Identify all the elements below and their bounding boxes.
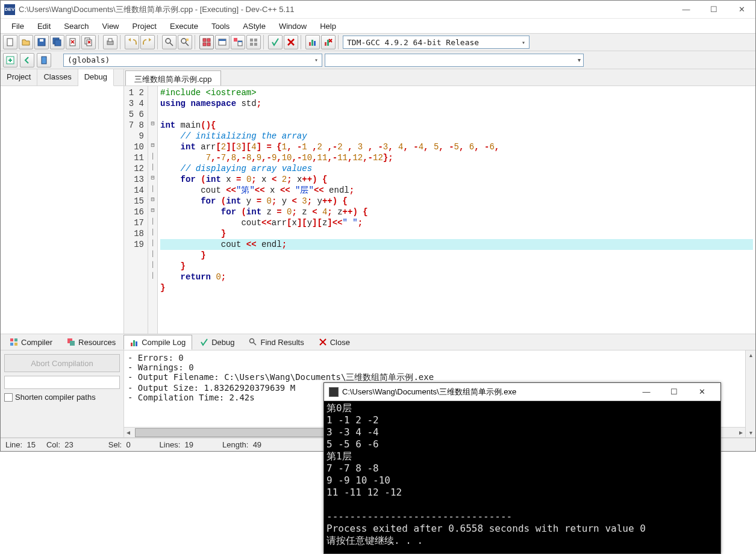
btab-compile-log[interactable]: Compile Log <box>123 335 192 350</box>
window-title: C:\Users\Wang\Documents\三维数组简单示例.cpp - [… <box>19 4 672 15</box>
tab-debug[interactable]: Debug <box>78 69 114 86</box>
svg-rect-19 <box>234 38 237 42</box>
file-tab-active[interactable]: 三维数组简单示例.cpp <box>125 70 221 86</box>
compiler-select-value: TDM-GCC 4.9.2 64-bit Release <box>347 38 479 47</box>
close-button[interactable]: ✕ <box>728 1 755 18</box>
left-tabs: Project Classes Debug <box>1 69 123 86</box>
rebuild-button[interactable] <box>246 35 261 49</box>
svg-rect-38 <box>70 341 75 346</box>
stop-debug-button[interactable] <box>284 35 298 49</box>
console-maximize-button[interactable]: ☐ <box>660 383 688 401</box>
log-vscrollbar[interactable]: ▴▾ <box>745 350 755 437</box>
btab-debug[interactable]: Debug <box>193 335 241 350</box>
function-select[interactable]: ▾ <box>325 54 584 67</box>
svg-point-42 <box>250 339 254 343</box>
svg-rect-30 <box>327 40 329 46</box>
svg-rect-32 <box>42 57 46 64</box>
console-icon <box>329 387 339 397</box>
left-panel: Project Classes Debug <box>1 69 124 334</box>
console-output[interactable]: 第0层 1 -1 2 -2 3 -3 4 -4 5 -5 6 -6 第1层 7 … <box>324 401 720 553</box>
compile-progress <box>4 376 120 389</box>
globals-select-value: (globals) <box>67 55 110 64</box>
svg-rect-0 <box>7 39 13 46</box>
menu-project[interactable]: Project <box>127 20 163 33</box>
svg-rect-23 <box>254 39 257 42</box>
minimize-button[interactable]: — <box>672 1 700 18</box>
menu-astyle[interactable]: AStyle <box>237 20 272 33</box>
btab-close[interactable]: Close <box>312 335 357 350</box>
left-panel-content <box>1 86 123 334</box>
redo-button[interactable] <box>140 35 155 49</box>
compile-run-button[interactable] <box>231 35 245 49</box>
find-button[interactable] <box>162 35 177 49</box>
menu-edit[interactable]: Edit <box>31 20 57 33</box>
svg-point-10 <box>166 39 170 43</box>
chevron-down-icon: ▾ <box>522 39 525 46</box>
menu-tools[interactable]: Tools <box>205 20 236 33</box>
console-close-button[interactable]: ✕ <box>688 383 716 401</box>
close-all-button[interactable] <box>81 35 96 49</box>
svg-rect-40 <box>133 340 135 346</box>
close-file-button[interactable] <box>66 35 80 49</box>
delete-profile-button[interactable] <box>321 35 336 49</box>
shorten-paths-label: Shorten compiler paths <box>15 393 96 402</box>
run-button[interactable] <box>215 35 230 49</box>
tab-classes[interactable]: Classes <box>37 69 78 86</box>
svg-rect-18 <box>219 39 226 41</box>
btab-find-results[interactable]: Find Results <box>242 335 310 350</box>
menu-view[interactable]: View <box>96 20 125 33</box>
bookmarks-button[interactable] <box>37 53 51 67</box>
compile-controls: Abort Compilation Shorten compiler paths <box>1 350 124 437</box>
new-file-button[interactable] <box>3 35 17 49</box>
chevron-down-icon: ▾ <box>578 57 581 63</box>
svg-rect-2 <box>40 39 43 42</box>
svg-rect-4 <box>55 40 61 46</box>
svg-rect-14 <box>207 39 210 42</box>
shorten-paths-checkbox[interactable] <box>4 393 13 402</box>
svg-rect-29 <box>325 42 326 46</box>
globals-select[interactable]: (globals) ▾ <box>63 54 322 67</box>
svg-rect-35 <box>10 343 13 346</box>
svg-rect-13 <box>203 39 206 42</box>
btab-resources[interactable]: Resources <box>60 335 122 350</box>
console-minimize-button[interactable]: — <box>633 383 660 401</box>
undo-button[interactable] <box>125 35 139 49</box>
menu-search[interactable]: Search <box>58 20 95 33</box>
editor-panel: 三维数组简单示例.cpp 1 2 3 4 5 6 7 8 9 10 11 12 … <box>124 69 755 334</box>
goto-back-button[interactable] <box>20 53 34 67</box>
replace-button[interactable] <box>178 35 192 49</box>
save-button[interactable] <box>34 35 49 49</box>
svg-rect-25 <box>254 43 257 46</box>
shorten-paths-row: Shorten compiler paths <box>4 393 120 402</box>
console-title-text: C:\Users\Wang\Documents\三维数组简单示例.exe <box>342 387 633 397</box>
menu-help[interactable]: Help <box>314 20 342 33</box>
save-all-button[interactable] <box>50 35 64 49</box>
compile-button[interactable] <box>199 35 214 49</box>
fold-column: ⊟ ⊟││ ⊟│ ⊟⊟ │││ │││ <box>148 86 158 334</box>
maximize-button[interactable]: ☐ <box>700 1 728 18</box>
tab-project[interactable]: Project <box>1 69 37 86</box>
btab-compiler[interactable]: Compiler <box>3 335 59 350</box>
goto-func-button[interactable] <box>3 53 17 67</box>
menu-window[interactable]: Window <box>273 20 313 33</box>
bottom-tabs: Compiler Resources Compile Log Debug Fin… <box>1 334 755 350</box>
toolbar-secondary: (globals) ▾ ▾ <box>1 51 755 69</box>
svg-rect-21 <box>238 41 242 42</box>
svg-rect-27 <box>311 40 313 46</box>
code-editor[interactable]: 1 2 3 4 5 6 7 8 9 10 11 12 13 14 15 16 1… <box>124 86 755 334</box>
menu-execute[interactable]: Execute <box>164 20 204 33</box>
open-file-button[interactable] <box>19 35 33 49</box>
chevron-down-icon: ▾ <box>314 57 318 63</box>
svg-rect-26 <box>309 42 311 46</box>
debug-button[interactable] <box>268 35 283 49</box>
svg-rect-16 <box>207 43 210 46</box>
menu-file[interactable]: File <box>5 20 30 33</box>
titlebar: DEV C:\Users\Wang\Documents\三维数组简单示例.cpp… <box>1 1 755 19</box>
profile-button[interactable] <box>305 35 320 49</box>
svg-point-11 <box>181 39 186 43</box>
abort-compilation-button[interactable]: Abort Compilation <box>4 354 120 372</box>
body-area: Project Classes Debug 三维数组简单示例.cpp 1 2 3… <box>1 69 755 334</box>
console-titlebar: C:\Users\Wang\Documents\三维数组简单示例.exe — ☐… <box>324 383 720 401</box>
compiler-select[interactable]: TDM-GCC 4.9.2 64-bit Release ▾ <box>343 36 530 49</box>
print-button[interactable] <box>103 35 117 49</box>
